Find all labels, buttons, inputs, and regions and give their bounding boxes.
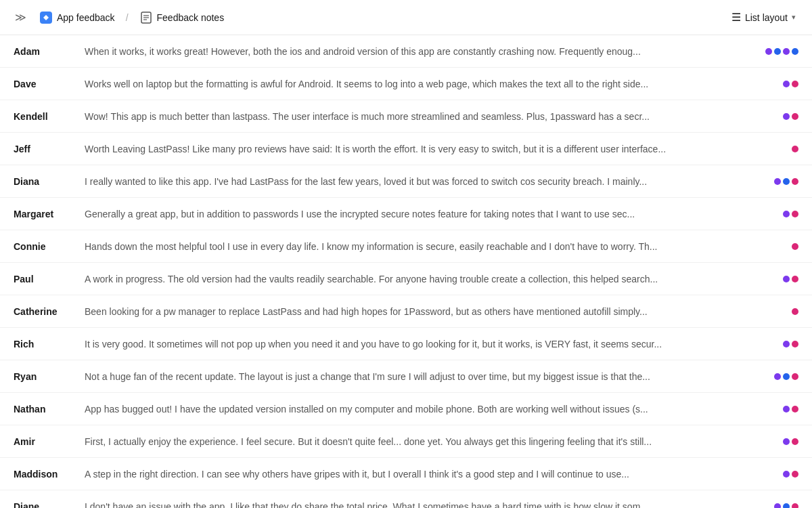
table-row[interactable]: AmirFirst, I actually enjoy the experien… (0, 425, 812, 458)
table-row[interactable]: DianaI really wanted to like this app. I… (0, 165, 812, 198)
notes-label: Feedback notes (157, 12, 225, 23)
purple-dot (783, 471, 790, 478)
row-feedback-text: Works well on laptop but the formatting … (85, 79, 775, 89)
blue-dot (783, 503, 790, 509)
app-label: App feedback (57, 12, 115, 23)
row-dots (774, 503, 798, 509)
pink-dot (792, 81, 798, 87)
table-row[interactable]: NathanApp has bugged out! I have the upd… (0, 393, 812, 425)
row-author-name: Nathan (14, 404, 85, 415)
pink-dot (792, 276, 798, 282)
layout-icon: ☰ (731, 11, 741, 24)
row-author-name: Margaret (14, 209, 85, 219)
row-dots (774, 178, 798, 185)
pink-dot (792, 113, 798, 120)
row-feedback-text: It is very good. It sometimes will not p… (85, 339, 775, 350)
row-dots (783, 211, 798, 217)
row-feedback-text: Hands down the most helpful tool I use i… (85, 241, 784, 252)
feedback-list: AdamWhen it works, it works great! Howev… (0, 35, 812, 508)
purple-dot (783, 48, 790, 55)
purple-dot (774, 373, 781, 380)
row-dots (792, 308, 798, 315)
purple-dot (783, 276, 790, 282)
pink-dot (792, 438, 798, 445)
purple-dot (783, 211, 790, 217)
row-feedback-text: A step in the right direction. I can see… (85, 469, 775, 480)
pink-dot (792, 146, 798, 152)
row-dots (792, 243, 798, 250)
row-feedback-text: Been looking for a pw manager to replace… (85, 306, 784, 317)
pink-dot (792, 471, 798, 478)
table-row[interactable]: MargaretGenerally a great app, but in ad… (0, 198, 812, 230)
row-feedback-text: Wow! This app is much better than lastpa… (85, 111, 775, 122)
table-row[interactable]: DianeI don't have an issue with the app.… (0, 490, 812, 508)
row-dots (783, 113, 798, 120)
row-author-name: Connie (14, 241, 85, 252)
row-author-name: Maddison (14, 469, 85, 480)
pink-dot (792, 406, 798, 412)
row-author-name: Catherine (14, 306, 85, 317)
row-feedback-text: First, I actually enjoy the experience. … (85, 436, 775, 447)
row-feedback-text: Generally a great app, but in addition t… (85, 209, 775, 219)
app-icon (39, 11, 53, 24)
breadcrumb-separator: / (126, 12, 129, 23)
row-feedback-text: Worth Leaving LastPass! Like many pro re… (85, 144, 784, 154)
purple-dot (783, 113, 790, 120)
row-dots (783, 81, 798, 87)
row-dots (783, 406, 798, 412)
blue-dot (783, 178, 790, 185)
table-row[interactable]: MaddisonA step in the right direction. I… (0, 458, 812, 490)
row-dots (783, 438, 798, 445)
pink-dot (792, 373, 798, 380)
row-dots (783, 341, 798, 347)
row-feedback-text: I don't have an issue with the app. I li… (85, 501, 766, 509)
pink-dot (792, 243, 798, 250)
row-author-name: Diana (14, 176, 85, 187)
purple-dot (783, 81, 790, 87)
chevron-down-icon: ▾ (792, 13, 796, 22)
purple-dot (783, 341, 790, 347)
row-author-name: Adam (14, 46, 85, 57)
table-row[interactable]: DaveWorks well on laptop but the formatt… (0, 68, 812, 100)
breadcrumb-app[interactable]: App feedback (35, 8, 119, 27)
pink-dot (792, 211, 798, 217)
table-row[interactable]: JeffWorth Leaving LastPass! Like many pr… (0, 133, 812, 165)
layout-button[interactable]: ☰ List layout ▾ (726, 8, 801, 26)
expand-button[interactable]: ≫ (11, 8, 30, 27)
row-dots (774, 373, 798, 380)
table-row[interactable]: CatherineBeen looking for a pw manager t… (0, 295, 812, 328)
pink-dot (792, 503, 798, 509)
row-author-name: Amir (14, 436, 85, 447)
row-feedback-text: When it works, it works great! However, … (85, 46, 757, 57)
table-row[interactable]: PaulA work in progress. The old version … (0, 263, 812, 295)
table-row[interactable]: KendellWow! This app is much better than… (0, 100, 812, 133)
pink-dot (792, 341, 798, 347)
table-row[interactable]: ConnieHands down the most helpful tool I… (0, 230, 812, 263)
blue-dot (774, 48, 781, 55)
expand-icon: ≫ (15, 11, 26, 24)
purple-dot (774, 178, 781, 185)
blue-dot (783, 373, 790, 380)
table-row[interactable]: AdamWhen it works, it works great! Howev… (0, 35, 812, 68)
pink-dot (792, 308, 798, 315)
purple-dot (783, 406, 790, 412)
row-author-name: Diane (14, 501, 85, 509)
blue-dot (792, 48, 798, 55)
header-bar: ≫ App feedback / Feedback notes ☰ List l… (0, 0, 812, 35)
table-row[interactable]: RyanNot a huge fan of the recent update.… (0, 360, 812, 393)
row-dots (783, 471, 798, 478)
purple-dot (765, 48, 772, 55)
row-feedback-text: Not a huge fan of the recent update. The… (85, 371, 766, 382)
doc-icon (139, 11, 153, 24)
layout-label: List layout (745, 12, 788, 23)
row-dots (783, 276, 798, 282)
row-dots (765, 48, 798, 55)
purple-dot (783, 438, 790, 445)
pink-dot (792, 178, 798, 185)
row-feedback-text: I really wanted to like this app. I've h… (85, 176, 766, 187)
purple-dot (774, 503, 781, 509)
row-author-name: Kendell (14, 111, 85, 122)
row-author-name: Ryan (14, 371, 85, 382)
breadcrumb-notes[interactable]: Feedback notes (135, 8, 229, 27)
table-row[interactable]: RichIt is very good. It sometimes will n… (0, 328, 812, 360)
